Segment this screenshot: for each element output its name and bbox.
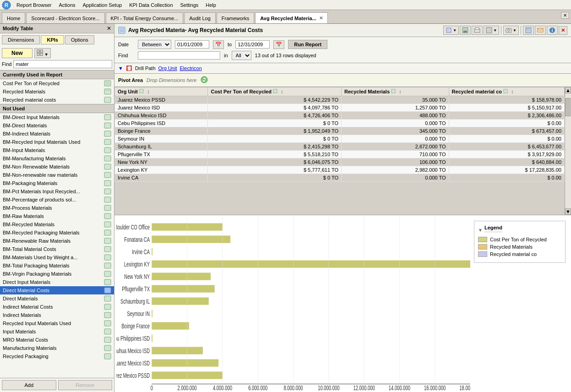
menu-application-setup[interactable]: Application Setup [79,1,126,9]
toolbar-print-btn[interactable] [472,26,483,35]
not-used-manufacturing-mat[interactable]: Manufacturing Materials [0,344,114,352]
toolbar-floppy-btn[interactable] [523,26,534,35]
not-used-bm-renewable-raw[interactable]: BM-Renewable Raw Materials [0,237,114,245]
not-used-bm-pct-recycled[interactable]: BM-Pct Materials Input Recycled... [0,187,114,196]
toolbar-info-btn[interactable]: i [547,26,558,35]
menu-kpi-data-collection[interactable]: KPI Data Collection [125,1,176,9]
col-recycled-material-co[interactable]: Recycled material co ↕ [449,87,564,96]
not-used-recycled-packaging[interactable]: Recycled Packaging [0,352,114,360]
drill-crumb-electricon[interactable]: Electricon [179,65,201,71]
grid-icon-button[interactable]: ▼ [34,48,51,58]
kpi-item-recycled-costs[interactable]: Recycled material costs [0,96,114,104]
not-used-bm-virgin-pkg[interactable]: BM-Virgin Packaging Materials [0,270,114,278]
not-used-recycled-input-mat[interactable]: Recycled Input Materials Used [0,319,114,327]
remove-button[interactable]: Remove [58,380,113,390]
not-used-bm-direct-input[interactable]: BM-Direct Input Materials [0,113,114,121]
scroll-up-btn[interactable]: ▲ [565,87,571,93]
tab-options[interactable]: Options [65,35,94,44]
find-input[interactable] [13,60,112,68]
scroll-thumb[interactable] [565,98,571,116]
not-used-bm-manufacturing[interactable]: BM-Manufacturing Materials [0,154,114,163]
not-used-bm-mat-weight[interactable]: BM-Materials Used by Weight a... [0,253,114,261]
not-used-input-materials[interactable]: Input Materials [0,327,114,336]
tab-close-icon[interactable]: ✕ [319,16,323,21]
not-used-bm-total-mat[interactable]: BM-Total Material Costs [0,245,114,253]
tab-home[interactable]: Home [2,12,25,23]
tab-avg-recycled[interactable]: Avg Recycled Materia... ✕ [255,12,327,23]
col-org-unit[interactable]: Org Unit ↕ [115,87,208,96]
table-row[interactable]: New York NY $ 6,046,075 TO 106.000 TO $ … [115,158,565,166]
not-used-bm-indirect[interactable]: BM-Indirect Materials [0,130,114,138]
not-used-indirect-mat-costs[interactable]: Indirect Material Costs [0,303,114,311]
table-row[interactable]: Juarez Mexico PSSD $ 4,542,229 TO 35.000… [115,96,565,104]
not-used-bm-raw[interactable]: BM-Raw Materials [0,212,114,220]
cal-from-button[interactable]: 📅 [213,40,224,49]
toolbar-save-btn[interactable] [460,26,471,35]
kpi-item-recycled-materials[interactable]: Recycled Materials [0,87,114,96]
not-used-indirect-materials[interactable]: Indirect Materials [0,311,114,319]
kpi-item-cost-per-ton[interactable]: Cost Per Ton of Recycled [0,79,114,87]
table-row[interactable]: Boinge France $ 1,952,049 TO 345.000 TO … [115,127,565,135]
not-used-bm-recycled-mat[interactable]: BM-Recycled Materials [0,220,114,229]
menu-report-browser[interactable]: Report Browser [13,1,55,9]
tab-dimensions[interactable]: Dimensions [2,35,40,44]
in-all-select[interactable]: All [232,51,251,60]
table-row[interactable]: Cebu Philippines ISD $ 0 TO 0.000 TO $ 0… [115,120,565,127]
not-used-direct-mat-costs[interactable]: Direct Material Costs [0,286,114,294]
col-cost-per-ton[interactable]: Cost Per Ton of Recycled ↕ [208,87,342,96]
not-used-bm-recycled-input[interactable]: BM-Recycled Input Materials Used [0,138,114,146]
new-button[interactable]: New [2,48,33,58]
table-row[interactable]: Irvine CA $ 0 TO 0.000 TO $ 0.00 [115,174,565,182]
table-content[interactable]: Org Unit ↕ Cost Per Ton of Recycled ↕ [114,87,565,215]
tab-frameworks[interactable]: Frameworks [217,12,255,23]
drill-crumb-org-unit[interactable]: Org Unit [158,65,177,71]
toolbar-email-btn[interactable] [535,26,546,35]
tab-scorecard[interactable]: Scorecard - Electricon Score... [26,12,104,23]
date-between-select[interactable]: Between [138,40,171,49]
col-recycled-materials[interactable]: Recycled Materials ↕ [341,87,449,96]
table-row[interactable]: Pflugerville TX $ 5,518,210 TO 710.000 T… [115,151,565,158]
not-used-bm-direct-materials[interactable]: BM-Direct Materials [0,121,114,130]
date-from-input[interactable] [175,40,209,49]
pivot-drop-zone[interactable]: Drop Dimensions here [147,77,196,83]
table-row[interactable]: Lexington KY $ 5,777,611 TO 2,982.000 TO… [115,166,565,174]
toolbar-btn-3[interactable]: ▼ [484,26,499,35]
tab-audit-log[interactable]: Audit Log [184,12,215,23]
drill-collapse-button[interactable]: ▼ [118,65,123,71]
legend-collapse-icon[interactable]: ▼ [478,228,483,233]
table-row[interactable]: Juarez Mexico ISD $ 4,097,786 TO 1,257.0… [115,104,565,112]
not-used-bm-total-pkg[interactable]: BM-Total Packaging Materials [0,261,114,270]
not-used-bm-packaging[interactable]: BM-Packaging Materials [0,179,114,187]
not-used-direct-materials[interactable]: Direct Materials [0,294,114,303]
add-button[interactable]: Add [2,380,56,390]
not-used-bm-pct-products[interactable]: BM-Percentage of products sol... [0,196,114,204]
not-used-bm-non-renew-raw[interactable]: BM-Non-renewable raw materials [0,171,114,179]
menu-settings[interactable]: Settings [177,1,202,9]
not-used-bm-recycled-pkg[interactable]: BM-Recycled Packaging Materials [0,229,114,237]
table-row[interactable]: Schaumburg IL $ 2,415,298 TO 2,672.000 T… [115,143,565,151]
tab-kpis[interactable]: KPIs [41,35,64,44]
not-used-mro-costs[interactable]: MRO Material Costs [0,336,114,344]
toolbar-close-btn[interactable]: ✕ [559,26,567,35]
date-to-input[interactable] [235,40,270,49]
run-report-button[interactable]: Run Report [288,40,327,49]
tab-kpi-energy[interactable]: KPI - Total Energy Consume... [106,12,184,23]
close-all-button[interactable]: ✕ [561,12,569,19]
menu-actions[interactable]: Actions [55,1,79,9]
table-row[interactable]: Seymour IN $ 0 TO 0.000 TO $ 0.00 [115,135,565,143]
table-row[interactable]: Chihuhua Mexico ISD $ 4,726,406 TO 488.0… [115,112,565,120]
not-used-bm-non-renewable[interactable]: BM-Non Renewable Materials [0,163,114,171]
table-scrollbar[interactable]: ▲ ▼ [565,87,571,215]
scroll-track[interactable] [565,93,571,208]
not-used-bm-process[interactable]: BM-Process Materials [0,204,114,212]
not-used-direct-input-mat[interactable]: Direct Input Materials [0,278,114,286]
panel-close-icon[interactable]: ✕ [107,25,111,32]
toolbar-btn-1[interactable]: ▼ [443,26,459,35]
toolbar-camera-btn[interactable]: ▼ [503,26,519,35]
not-used-bm-input-mat[interactable]: BM-Input Materials [0,146,114,154]
cal-to-button[interactable]: 📅 [273,40,284,49]
find-report-input[interactable] [138,51,220,60]
pivot-refresh-button[interactable] [200,76,208,85]
scroll-down-btn[interactable]: ▼ [565,208,571,215]
menu-help[interactable]: Help [202,1,220,9]
